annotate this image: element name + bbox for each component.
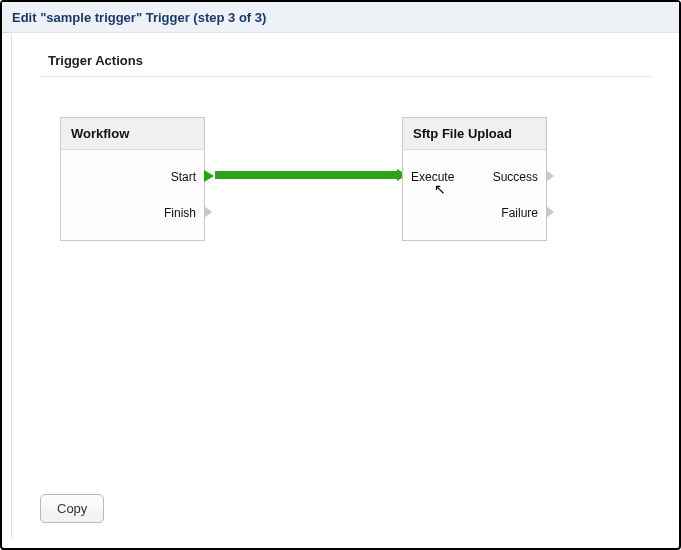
workflow-canvas[interactable]: Workflow Start Finish Sftp File Upload E… [40,117,651,477]
copy-button[interactable]: Copy [40,494,104,523]
content-panel: Trigger Actions Workflow Start Finish Sf… [11,32,679,539]
node-sftp-body: Execute Success Failure [403,150,546,240]
port-workflow-start[interactable]: Start [171,170,196,184]
dialog-window: Edit "sample trigger" Trigger (step 3 of… [0,0,681,550]
port-workflow-finish[interactable]: Finish [164,206,196,220]
port-sftp-execute[interactable]: Execute [411,170,454,184]
port-sftp-success[interactable]: Success [493,170,538,184]
title-bar: Edit "sample trigger" Trigger (step 3 of… [2,2,679,33]
node-sftp-header: Sftp File Upload [403,118,546,150]
footer: Copy [40,494,104,523]
connector-start-execute [215,171,400,179]
arrow-sftp-success-icon [546,170,554,182]
arrow-workflow-finish-icon [204,206,212,218]
arrow-workflow-start-icon [204,170,214,182]
arrow-sftp-failure-icon [546,206,554,218]
window-title: Edit "sample trigger" Trigger (step 3 of… [12,10,266,25]
node-sftp-upload[interactable]: Sftp File Upload Execute Success Failure [402,117,547,241]
section-title: Trigger Actions [40,53,651,77]
node-workflow-header: Workflow [61,118,204,150]
port-sftp-failure[interactable]: Failure [501,206,538,220]
node-workflow[interactable]: Workflow Start Finish [60,117,205,241]
node-workflow-body: Start Finish [61,150,204,240]
